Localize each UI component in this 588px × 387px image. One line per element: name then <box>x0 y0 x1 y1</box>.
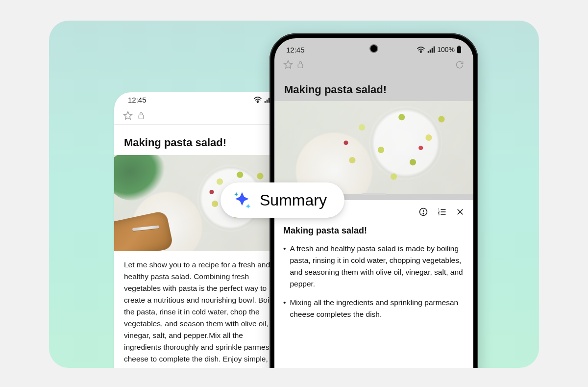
svg-rect-3 <box>139 115 144 119</box>
promo-stage: 12:45 <box>49 21 539 368</box>
lock-icon[interactable] <box>297 61 304 69</box>
note-title-bar <box>114 107 291 125</box>
report-icon[interactable] <box>418 207 428 217</box>
status-indicators: 100% <box>416 46 462 53</box>
status-bar: 12:45 <box>114 92 291 107</box>
svg-rect-5 <box>457 47 461 53</box>
star-icon[interactable] <box>283 60 293 70</box>
battery-percent: 100% <box>437 46 455 53</box>
svg-rect-7 <box>298 64 303 68</box>
svg-rect-6 <box>458 46 460 47</box>
summary-subtitle: Making pasta salad! <box>283 226 465 236</box>
close-icon[interactable] <box>456 207 465 216</box>
svg-point-4 <box>420 52 421 52</box>
status-time: 12:45 <box>128 96 147 104</box>
signal-icon <box>427 46 435 53</box>
status-time: 12:45 <box>286 46 305 54</box>
back-phone-card: 12:45 <box>114 92 291 368</box>
ai-sparkle-icon <box>232 190 252 210</box>
summary-panel: Summary 123 Making pasta salad! <box>274 200 473 368</box>
svg-point-0 <box>257 102 258 103</box>
wifi-icon <box>253 96 262 103</box>
camera-hole <box>370 45 377 52</box>
note-title: Making pasta salad! <box>114 125 291 155</box>
summary-bullet: A fresh and healthy pasta salad is made … <box>283 243 465 290</box>
note-title: Making pasta salad! <box>274 74 473 101</box>
format-list-icon[interactable]: 123 <box>437 207 447 217</box>
summary-pill[interactable]: Summary <box>220 182 344 218</box>
note-body: Let me show you to a recipe for a fresh … <box>114 251 291 368</box>
svg-point-10 <box>423 213 424 214</box>
svg-text:3: 3 <box>438 213 440 216</box>
battery-icon <box>457 46 462 53</box>
sheet-drag-handle[interactable] <box>362 193 386 195</box>
note-hero-image <box>274 101 473 194</box>
wifi-icon <box>416 46 425 53</box>
lock-icon[interactable] <box>138 112 145 120</box>
summary-pill-label: Summary <box>260 191 327 209</box>
summary-bullet: Mixing all the ingredients and sprinklin… <box>283 297 465 320</box>
star-icon[interactable] <box>123 111 133 121</box>
refresh-icon[interactable] <box>455 60 465 70</box>
note-title-bar <box>274 56 473 74</box>
